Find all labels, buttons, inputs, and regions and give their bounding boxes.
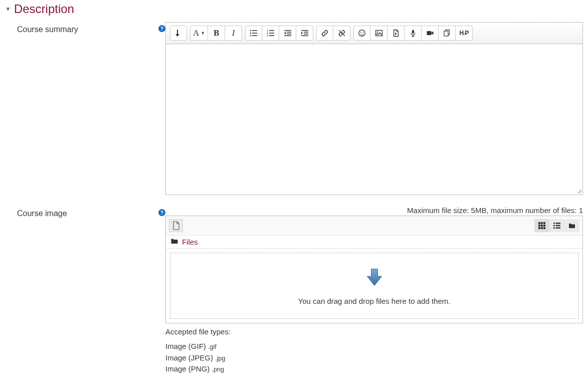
view-details-button[interactable] <box>549 219 564 232</box>
indent-button[interactable] <box>296 26 313 41</box>
collapse-icon: ▼ <box>5 6 11 13</box>
svg-rect-3 <box>252 33 257 34</box>
svg-point-25 <box>376 32 378 33</box>
list-ol-icon: 123 <box>267 29 275 37</box>
svg-rect-26 <box>412 30 414 34</box>
svg-rect-5 <box>252 35 257 36</box>
accepted-type-item: Image (GIF) .gif <box>165 341 583 352</box>
file-type-ext: .jpg <box>215 355 225 362</box>
svg-rect-43 <box>553 227 555 229</box>
svg-rect-38 <box>543 227 545 229</box>
course-summary-row: Course summary A▼ B I <box>5 22 583 195</box>
course-image-label: Course image <box>17 209 67 218</box>
label-col: Course summary <box>5 22 165 34</box>
svg-point-0 <box>250 30 252 32</box>
drop-area[interactable]: You can drag and drop files here to add … <box>170 253 578 319</box>
download-arrow-icon <box>363 266 385 288</box>
help-icon[interactable] <box>158 209 165 216</box>
svg-rect-19 <box>301 36 308 37</box>
file-type-label: Image (JPEG) <box>165 353 213 362</box>
svg-point-4 <box>250 35 252 37</box>
folder-icon <box>568 222 575 229</box>
file-type-label: Image (PNG) <box>165 364 210 373</box>
files-icon <box>443 29 451 37</box>
drop-text: You can drag and drop files here to add … <box>175 297 573 305</box>
folder-icon <box>171 238 178 246</box>
svg-rect-17 <box>304 32 308 33</box>
file-icon <box>392 29 400 37</box>
svg-rect-42 <box>556 225 561 227</box>
view-toggle <box>534 219 579 232</box>
unlink-icon <box>338 29 346 37</box>
filepicker-toolbar <box>166 216 582 236</box>
svg-rect-44 <box>556 227 561 229</box>
field-col: A▼ B I 123 <box>165 22 583 195</box>
record-video-button[interactable] <box>422 26 439 41</box>
indent-icon <box>301 29 309 37</box>
bold-button[interactable]: B <box>208 26 225 41</box>
microphone-icon <box>409 29 417 37</box>
path-files-link[interactable]: Files <box>182 238 198 246</box>
expand-icon <box>174 29 182 37</box>
resize-handle-icon[interactable] <box>575 187 581 194</box>
add-file-button[interactable] <box>169 219 183 232</box>
svg-rect-41 <box>553 225 555 227</box>
document-icon <box>172 221 180 230</box>
italic-button[interactable]: I <box>225 26 242 41</box>
view-tree-button[interactable] <box>564 219 579 232</box>
unordered-list-button[interactable] <box>245 26 262 41</box>
emoji-button[interactable] <box>353 26 370 41</box>
file-type-ext: .gif <box>208 343 217 350</box>
outdent-button[interactable] <box>279 26 296 41</box>
svg-rect-9 <box>269 33 274 34</box>
file-path: Files <box>166 236 582 249</box>
section-header[interactable]: ▼ Description <box>5 2 583 16</box>
record-audio-button[interactable] <box>405 26 422 41</box>
manage-files-button[interactable] <box>439 26 456 41</box>
course-summary-label: Course summary <box>17 25 78 34</box>
image-icon <box>375 29 383 37</box>
toolbar-toggle-button[interactable] <box>170 26 187 41</box>
outdent-icon <box>284 29 292 37</box>
view-icons-button[interactable] <box>534 219 549 232</box>
field-col: Maximum file size: 5MB, maximum number o… <box>165 206 583 375</box>
paragraph-style-button[interactable]: A▼ <box>190 26 208 41</box>
file-picker: Files You can drag and drop files here t… <box>165 216 583 323</box>
emoji-icon <box>358 29 366 37</box>
svg-rect-34 <box>541 225 543 227</box>
svg-point-2 <box>250 33 252 34</box>
rich-text-editor: A▼ B I 123 <box>165 22 583 195</box>
svg-rect-32 <box>543 222 545 224</box>
ordered-list-button[interactable]: 123 <box>262 26 279 41</box>
editor-content-area[interactable] <box>166 44 582 195</box>
label-col: Course image <box>5 206 165 218</box>
image-button[interactable] <box>370 26 387 41</box>
chevron-down-icon: ▼ <box>201 31 205 36</box>
link-button[interactable] <box>316 26 333 41</box>
svg-rect-39 <box>553 223 555 224</box>
svg-text:3: 3 <box>267 34 268 37</box>
svg-rect-40 <box>556 223 561 224</box>
course-image-row: Course image Maximum file size: 5MB, max… <box>5 206 583 375</box>
svg-rect-29 <box>444 31 448 36</box>
grid-icon <box>538 222 545 229</box>
file-size-info: Maximum file size: 5MB, maximum number o… <box>165 206 583 215</box>
help-icon[interactable] <box>158 25 165 32</box>
svg-rect-35 <box>543 225 545 227</box>
video-icon <box>426 29 434 37</box>
svg-rect-12 <box>284 30 291 31</box>
h5p-button[interactable]: H-P <box>456 26 473 41</box>
svg-rect-24 <box>375 31 382 36</box>
svg-rect-33 <box>538 225 540 227</box>
editor-toolbar: A▼ B I 123 <box>166 23 582 44</box>
media-button[interactable] <box>387 26 405 41</box>
svg-rect-18 <box>304 34 308 35</box>
link-icon <box>321 29 329 37</box>
accepted-type-item: Image (PNG) .png <box>165 363 583 375</box>
list-icon <box>553 222 560 229</box>
svg-rect-37 <box>541 227 543 229</box>
unlink-button[interactable] <box>333 26 350 41</box>
svg-point-22 <box>360 32 361 33</box>
accepted-types-list: Image (GIF) .gif Image (JPEG) .jpg Image… <box>165 341 583 375</box>
svg-rect-11 <box>269 35 274 36</box>
